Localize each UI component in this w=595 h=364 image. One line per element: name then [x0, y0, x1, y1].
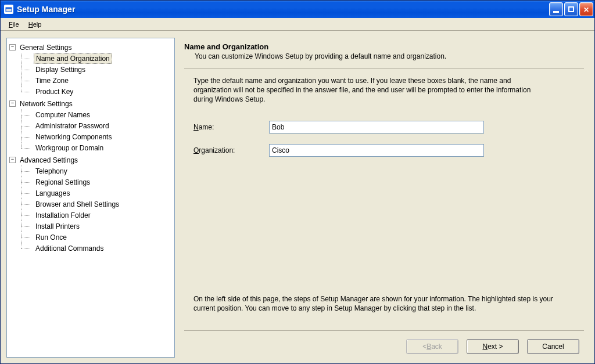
- tree-item-installprinters[interactable]: Install Printers: [21, 221, 172, 232]
- minimize-button[interactable]: [549, 2, 563, 16]
- org-label: Organization:: [193, 146, 269, 154]
- main-panel: Name and Organization You can customize …: [182, 38, 589, 358]
- wizard-buttons: < Back Next > Cancel: [184, 339, 584, 358]
- minus-icon[interactable]: −: [9, 44, 16, 51]
- menu-help-rest: elp: [33, 21, 42, 28]
- back-button[interactable]: < Back: [406, 339, 458, 354]
- app-icon: [4, 5, 13, 14]
- tree-item-languages[interactable]: Languages: [21, 188, 172, 199]
- tree-item-label: Time Zone: [34, 76, 70, 85]
- close-button[interactable]: [579, 2, 593, 16]
- tree-item-label: Installation Folder: [34, 211, 92, 220]
- window-title: Setup Manager: [17, 5, 549, 14]
- maximize-button[interactable]: [564, 2, 578, 16]
- tree-node-network[interactable]: − Network Settings: [9, 98, 172, 109]
- tree-item-adminpass[interactable]: Administrator Password: [21, 120, 172, 131]
- settings-tree: − General Settings Name and Organization…: [9, 42, 172, 254]
- next-button[interactable]: Next >: [467, 339, 519, 354]
- content-area: − General Settings Name and Organization…: [1, 31, 594, 363]
- tree-item-browsershell[interactable]: Browser and Shell Settings: [21, 199, 172, 210]
- name-input[interactable]: [269, 121, 484, 134]
- tree-item-label: Regional Settings: [34, 178, 92, 187]
- tree-panel: − General Settings Name and Organization…: [6, 38, 175, 358]
- tree-item-label: Name and Organization: [34, 53, 112, 64]
- tree-item-label: Networking Components: [34, 132, 113, 142]
- minus-icon[interactable]: −: [9, 100, 16, 107]
- tree-item-label: Display Settings: [34, 65, 87, 74]
- tree-item-timezone[interactable]: Time Zone: [21, 75, 172, 86]
- name-label: Name:: [193, 123, 269, 131]
- tree-item-label: Additional Commands: [34, 244, 105, 253]
- tree-label-advanced: Advanced Settings: [18, 156, 80, 165]
- tree-item-label: Languages: [34, 189, 71, 198]
- form-row-org: Organization:: [193, 144, 584, 157]
- page-heading: Name and Organization: [184, 42, 584, 51]
- tree-item-label: Browser and Shell Settings: [34, 200, 121, 209]
- tree-item-netcomponents[interactable]: Networking Components: [21, 131, 172, 142]
- tree-item-runonce[interactable]: Run Once: [21, 232, 172, 243]
- instructions-text: Type the default name and organization y…: [193, 76, 542, 104]
- form-row-name: Name:: [193, 121, 584, 134]
- tree-item-label: Workgroup or Domain: [34, 143, 105, 153]
- menubar: File Help: [1, 18, 594, 31]
- menu-file[interactable]: File: [4, 20, 24, 29]
- cancel-button[interactable]: Cancel: [527, 339, 579, 354]
- lower-instructions: On the left side of this page, the steps…: [193, 294, 560, 313]
- menu-file-rest: ile: [13, 21, 19, 28]
- tree-item-workgroup[interactable]: Workgroup or Domain: [21, 142, 172, 153]
- window-controls: [549, 2, 593, 16]
- org-input[interactable]: [269, 144, 484, 157]
- tree-item-name-org[interactable]: Name and Organization: [21, 53, 172, 64]
- menu-help[interactable]: Help: [24, 20, 46, 29]
- tree-item-label: Run Once: [34, 233, 69, 242]
- tree-item-computernames[interactable]: Computer Names: [21, 109, 172, 120]
- tree-item-label: Computer Names: [34, 110, 92, 120]
- tree-item-regional[interactable]: Regional Settings: [21, 176, 172, 188]
- tree-node-advanced[interactable]: − Advanced Settings: [9, 154, 172, 165]
- svg-rect-1: [6, 8, 12, 9]
- page-subheading: You can customize Windows Setup by provi…: [195, 52, 584, 60]
- tree-item-display[interactable]: Display Settings: [21, 64, 172, 75]
- titlebar: Setup Manager: [1, 1, 594, 18]
- app-window: Setup Manager File Help − General Settin…: [0, 0, 595, 364]
- tree-item-addcommands[interactable]: Additional Commands: [21, 243, 172, 254]
- tree-item-telephony[interactable]: Telephony: [21, 165, 172, 176]
- divider-top: [184, 69, 584, 69]
- divider-bottom: [184, 330, 584, 331]
- tree-item-productkey[interactable]: Product Key: [21, 86, 172, 97]
- tree-label-network: Network Settings: [18, 99, 74, 109]
- tree-item-label: Install Printers: [34, 222, 81, 231]
- tree-item-label: Product Key: [34, 87, 75, 96]
- tree-node-general[interactable]: − General Settings: [9, 42, 172, 53]
- tree-item-label: Telephony: [34, 167, 69, 176]
- tree-label-general: General Settings: [18, 43, 73, 52]
- tree-item-label: Administrator Password: [34, 121, 111, 131]
- minus-icon[interactable]: −: [9, 157, 16, 163]
- tree-item-installfolder[interactable]: Installation Folder: [21, 210, 172, 221]
